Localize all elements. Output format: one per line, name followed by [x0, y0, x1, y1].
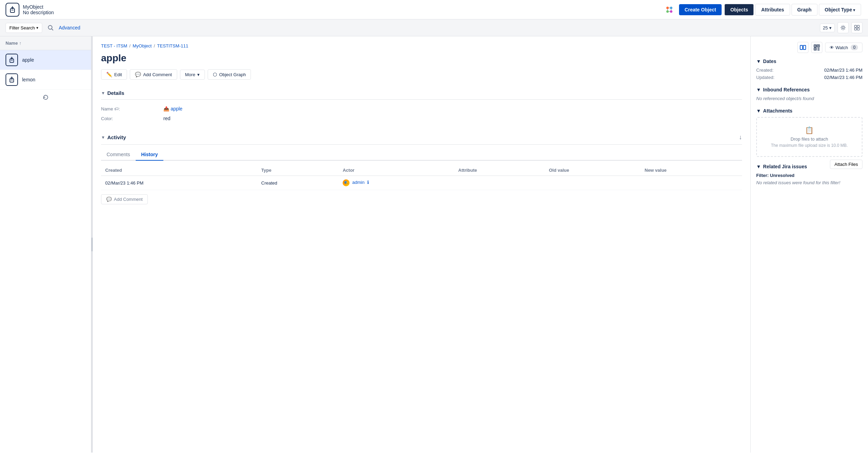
app-logo: MyObject No description: [6, 3, 54, 17]
object-graph-button[interactable]: ⬡ Object Graph: [208, 69, 251, 80]
actor-info-icon[interactable]: ℹ: [367, 180, 369, 185]
attach-files-button[interactable]: Attach Files: [830, 160, 862, 169]
apple-item-label: apple: [22, 57, 34, 63]
per-page-select[interactable]: 25 ▾: [820, 24, 835, 32]
sidebar-item-apple[interactable]: apple: [0, 50, 91, 70]
object-type-nav-button[interactable]: Object Type: [819, 4, 861, 16]
history-table: Created Type Actor Attribute Old value N…: [101, 165, 742, 190]
svg-rect-12: [855, 25, 857, 27]
row-created: 02/Mar/23 1:46 PM: [101, 176, 257, 190]
name-link-icon: 📤: [163, 106, 169, 111]
color-field-row: Color: red: [101, 114, 742, 123]
color-field-value: red: [163, 116, 170, 121]
layout-icon-button[interactable]: [797, 42, 808, 53]
filter-search-button[interactable]: Filter Search: [6, 23, 42, 33]
detail-area: TEST - ITSM / MyObject / TESTITSM-111 ap…: [93, 36, 750, 453]
settings-button[interactable]: [838, 22, 849, 33]
activity-section-title: Activity: [107, 134, 126, 140]
dates-section-header[interactable]: ▼ Dates: [756, 59, 862, 64]
attributes-nav-button[interactable]: Attributes: [755, 4, 790, 16]
search-button[interactable]: [45, 22, 56, 33]
col-type: Type: [257, 165, 338, 176]
attachment-drop-zone[interactable]: 📋 Drop files to attach The maximum file …: [756, 117, 862, 157]
inbound-references-title: Inbound References: [763, 87, 810, 92]
drop-icon: 📋: [762, 126, 856, 134]
apple-item-icon: [6, 54, 18, 66]
inbound-references-header[interactable]: ▼ Inbound References: [756, 87, 862, 92]
breadcrumb-ticket[interactable]: TESTITSM-111: [157, 43, 188, 48]
top-navbar: MyObject No description Create Object Ob…: [0, 0, 868, 19]
jira-filter-row: Filter: Unresolved: [756, 173, 862, 178]
svg-rect-23: [815, 45, 816, 46]
activity-toggle-icon: ▼: [101, 135, 105, 140]
jira-no-issues-label: No related issues were found for this fi…: [756, 180, 862, 185]
jira-toggle-icon: ▼: [756, 164, 761, 169]
create-object-button[interactable]: Create Object: [679, 4, 722, 15]
sidebar-refresh-button[interactable]: [0, 90, 91, 105]
row-old-value: [545, 176, 641, 190]
created-date-label: Created:: [756, 68, 774, 73]
right-panel-actions: 👁 Watch 0: [756, 42, 862, 53]
add-comment-button[interactable]: 💬 Add Comment: [130, 69, 177, 80]
svg-point-11: [842, 27, 844, 29]
actor-avatar: 🎭: [343, 179, 350, 186]
col-new-value: New value: [641, 165, 742, 176]
updated-date-value: 02/Mar/23 1:46 PM: [824, 75, 862, 80]
app-description: No description: [23, 10, 54, 15]
nav-icon[interactable]: [662, 3, 676, 17]
add-comment-inline-icon: 💬: [106, 197, 112, 202]
add-comment-inline-label: Add Comment: [114, 197, 143, 202]
attachments-toggle-icon: ▼: [756, 108, 761, 114]
svg-rect-24: [818, 45, 819, 46]
view-toggle-button[interactable]: [851, 22, 862, 33]
advanced-link[interactable]: Advanced: [59, 25, 80, 30]
object-graph-label: Object Graph: [219, 72, 246, 77]
objects-nav-button[interactable]: Objects: [724, 4, 754, 16]
svg-rect-18: [800, 45, 803, 50]
svg-rect-13: [857, 25, 859, 27]
actor-name-link[interactable]: admin: [352, 180, 364, 185]
inbound-references-section: ▼ Inbound References No referenced objec…: [756, 87, 862, 101]
svg-rect-0: [10, 9, 15, 12]
row-type: Created: [257, 176, 338, 190]
graph-icon: ⬡: [213, 72, 217, 77]
watch-button[interactable]: 👁 Watch 0: [825, 43, 862, 52]
col-created: Created: [101, 165, 257, 176]
svg-point-4: [670, 10, 672, 12]
dates-toggle-icon: ▼: [756, 59, 761, 64]
activity-section: ▼ Activity ↓ Comments History Created Ty…: [101, 130, 742, 204]
app-logo-text: MyObject No description: [23, 4, 54, 15]
tab-history[interactable]: History: [136, 149, 163, 161]
more-arrow-icon: ▾: [197, 72, 200, 77]
edit-button[interactable]: ✏️ Edit: [101, 69, 127, 80]
attachments-section-header[interactable]: ▼ Attachments: [756, 108, 862, 114]
tab-comments[interactable]: Comments: [101, 149, 136, 161]
jira-filter-label: Filter:: [756, 173, 769, 178]
related-jira-header[interactable]: ▼ Related Jira issues: [756, 164, 830, 169]
svg-line-10: [52, 29, 53, 30]
name-link[interactable]: apple: [171, 106, 182, 111]
scroll-down-icon[interactable]: ↓: [739, 134, 742, 141]
name-field-row: Name 🏷: 📤 apple: [101, 104, 742, 114]
graph-nav-button[interactable]: Graph: [792, 4, 817, 16]
breadcrumb-itsm[interactable]: TEST - ITSM: [101, 43, 127, 48]
created-date-row: Created: 02/Mar/23 1:46 PM: [756, 68, 862, 73]
qr-code-button[interactable]: [811, 42, 822, 53]
watch-count: 0: [851, 45, 858, 50]
detail-title: apple: [101, 53, 742, 64]
name-field-value: 📤 apple: [163, 106, 182, 111]
details-section-header[interactable]: ▼ Details: [101, 87, 742, 100]
add-comment-inline-button[interactable]: 💬 Add Comment: [101, 194, 148, 204]
activity-section-header[interactable]: ▼ Activity ↓: [101, 130, 742, 145]
dates-section: ▼ Dates Created: 02/Mar/23 1:46 PM Updat…: [756, 59, 862, 80]
more-label: More: [185, 72, 196, 77]
inbound-references-empty: No referenced object/s found: [756, 96, 862, 101]
lemon-item-label: lemon: [22, 77, 35, 82]
sidebar-item-lemon[interactable]: lemon: [0, 70, 91, 90]
svg-rect-16: [10, 59, 14, 62]
more-button[interactable]: More ▾: [180, 70, 205, 80]
filter-bar: Filter Search Advanced 25 ▾: [0, 19, 868, 36]
col-old-value: Old value: [545, 165, 641, 176]
breadcrumb: TEST - ITSM / MyObject / TESTITSM-111: [101, 43, 742, 48]
breadcrumb-myobject[interactable]: MyObject: [133, 43, 152, 48]
